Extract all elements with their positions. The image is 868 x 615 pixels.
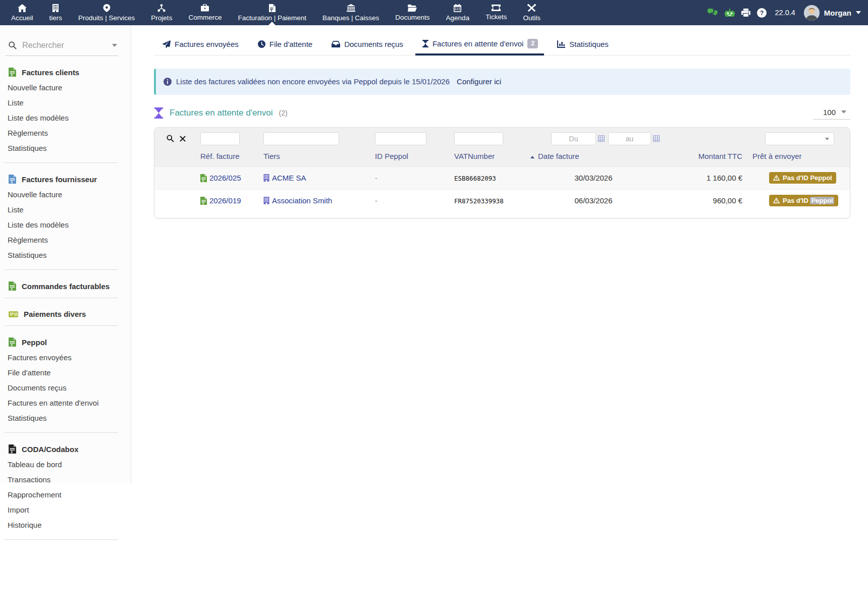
sidebar-item-statistiques[interactable]: Statistiques bbox=[0, 140, 131, 155]
nav-item-banques-caisses[interactable]: Banques | Caisses bbox=[314, 0, 387, 25]
sidebar-section-commandes-facturables[interactable]: $Commandes facturables bbox=[9, 282, 131, 291]
column-headers: Réf. facture Tiers ID Peppol VATNumber D… bbox=[154, 152, 850, 160]
nav-item-agenda[interactable]: Agenda bbox=[438, 0, 478, 25]
column-header-amount[interactable]: Montant TTC bbox=[687, 152, 752, 160]
sidebar-section-items: Nouvelle factureListeListe des modèlesRè… bbox=[0, 80, 131, 155]
calendar-picker-icon[interactable] bbox=[653, 135, 660, 142]
banner-configure-link[interactable]: Configurer ici bbox=[457, 77, 501, 86]
svg-text:$: $ bbox=[202, 179, 204, 182]
nav-item-commerce[interactable]: Commerce bbox=[180, 0, 230, 25]
sidebar-item-transactions[interactable]: Transactions bbox=[0, 472, 131, 487]
invoice-list: Réf. facture Tiers ID Peppol VATNumber D… bbox=[154, 127, 850, 218]
filter-ref-input[interactable] bbox=[200, 132, 240, 145]
file-invoice-icon: $ bbox=[9, 338, 16, 347]
nav-item-projets[interactable]: Projets bbox=[143, 0, 180, 25]
building-icon bbox=[263, 197, 269, 204]
hourglass-icon bbox=[154, 107, 164, 119]
sidebar-item-factures-envoy-es[interactable]: Factures envoyées bbox=[0, 350, 131, 365]
invoice-ref-link[interactable]: 2026/025 bbox=[209, 174, 241, 182]
nav-item-produits-services[interactable]: Produits | Services bbox=[70, 0, 143, 25]
user-menu[interactable]: Morgan bbox=[804, 5, 861, 21]
search-input[interactable] bbox=[21, 40, 107, 50]
sidebar-item-documents-re-us[interactable]: Documents reçus bbox=[0, 380, 131, 395]
tab-file-d-attente[interactable]: File d'attente bbox=[258, 40, 312, 55]
sidebar-item-rapprochement[interactable]: Rapprochement bbox=[0, 487, 131, 502]
help-icon[interactable]: ? bbox=[757, 8, 767, 18]
main-content: Factures envoyéesFile d'attenteDocuments… bbox=[131, 25, 868, 218]
nav-item-outils[interactable]: Outils bbox=[515, 0, 549, 25]
ticket-icon bbox=[492, 5, 501, 11]
print-icon[interactable] bbox=[741, 9, 750, 17]
sidebar-item-tableau-de-bord[interactable]: Tableau de bord bbox=[0, 457, 131, 472]
building-icon bbox=[52, 4, 59, 12]
nav-item-accueil[interactable]: Accueil bbox=[3, 0, 41, 25]
svg-text:$: $ bbox=[11, 73, 13, 77]
page-size-selector[interactable]: 100 bbox=[813, 107, 850, 120]
chart-icon bbox=[557, 40, 565, 48]
sidebar-section-factures-fournisseur[interactable]: $Factures fournisseur bbox=[9, 175, 131, 184]
filter-idpeppol-input[interactable] bbox=[375, 132, 426, 145]
robot-icon[interactable] bbox=[725, 9, 735, 17]
sidebar-section-items: Factures envoyéesFile d'attenteDocuments… bbox=[0, 350, 131, 425]
nav-item-tickets[interactable]: Tickets bbox=[477, 0, 515, 25]
filter-status-select[interactable] bbox=[765, 132, 834, 145]
sidebar-item-liste[interactable]: Liste bbox=[0, 95, 131, 110]
search-icon[interactable] bbox=[9, 41, 17, 49]
sidebar-section-paiements-divers[interactable]: Paiements divers bbox=[9, 310, 131, 318]
column-header-date[interactable]: Date facture bbox=[530, 152, 687, 160]
commerce-icon bbox=[201, 4, 209, 12]
svg-text:$: $ bbox=[202, 201, 204, 204]
search-filter-icon[interactable] bbox=[167, 135, 174, 142]
thirdparty-link[interactable]: ACME SA bbox=[272, 174, 306, 182]
chevron-down-icon bbox=[856, 11, 861, 14]
sidebar-item-liste[interactable]: Liste bbox=[0, 202, 131, 217]
id-peppol-value: - bbox=[375, 174, 377, 182]
invoice-icon: $ bbox=[200, 197, 207, 205]
filter-vat-input[interactable] bbox=[454, 132, 503, 145]
avatar bbox=[804, 5, 820, 21]
sidebar-section-coda-codabox[interactable]: $CODA/Codabox bbox=[9, 444, 131, 454]
tab-factures-envoy-es[interactable]: Factures envoyées bbox=[162, 40, 239, 55]
sidebar-item-factures-en-attente-d-envoi[interactable]: Factures en attente d'envoi bbox=[0, 395, 131, 410]
file-invoice-icon: $ bbox=[9, 68, 16, 77]
calendar-icon bbox=[454, 4, 461, 12]
filter-date-from-input[interactable] bbox=[551, 132, 596, 145]
svg-text:?: ? bbox=[760, 10, 764, 17]
sidebar-item-file-d-attente[interactable]: File d'attente bbox=[0, 365, 131, 380]
calendar-picker-icon[interactable] bbox=[598, 135, 605, 142]
tabs-bar: Factures envoyéesFile d'attenteDocuments… bbox=[154, 39, 850, 55]
column-header-ready[interactable]: Prêt à envoyer bbox=[752, 152, 849, 160]
sidebar-item-nouvelle-facture[interactable]: Nouvelle facture bbox=[0, 187, 131, 202]
sidebar-item-statistiques[interactable]: Statistiques bbox=[0, 410, 131, 425]
column-header-ref[interactable]: Réf. facture bbox=[200, 152, 263, 160]
sidebar-item-historique[interactable]: Historique bbox=[0, 517, 131, 532]
sidebar-section-factures-clients[interactable]: $Factures clients bbox=[9, 68, 131, 77]
invoice-ref-link[interactable]: 2026/019 bbox=[209, 196, 241, 205]
hourglass-icon bbox=[422, 40, 428, 47]
column-header-vat[interactable]: VATNumber bbox=[454, 152, 530, 160]
filter-tiers-input[interactable] bbox=[263, 132, 339, 145]
nav-item-facturation-paiement[interactable]: $Facturation | Paiement bbox=[230, 0, 314, 25]
column-header-tiers[interactable]: Tiers bbox=[263, 152, 375, 160]
thirdparty-link[interactable]: Association Smith bbox=[272, 196, 332, 205]
sidebar-item-liste-des-mod-les[interactable]: Liste des modèles bbox=[0, 217, 131, 232]
chat-icon[interactable] bbox=[708, 9, 718, 17]
tab-factures-en-attente-d-envoi[interactable]: Factures en attente d'envoi2 bbox=[422, 39, 538, 55]
tab-documents-re-us[interactable]: Documents reçus bbox=[332, 40, 403, 55]
column-header-idpeppol[interactable]: ID Peppol bbox=[375, 152, 454, 160]
search-scope-caret-icon[interactable] bbox=[112, 44, 117, 47]
sidebar-item-nouvelle-facture[interactable]: Nouvelle facture bbox=[0, 80, 131, 95]
filter-date-to-input[interactable] bbox=[608, 132, 651, 145]
inbox-icon bbox=[332, 41, 340, 47]
sidebar-item-liste-des-mod-les[interactable]: Liste des modèles bbox=[0, 110, 131, 125]
nav-item-tiers[interactable]: tiers bbox=[41, 0, 71, 25]
tab-statistiques[interactable]: Statistiques bbox=[557, 40, 609, 55]
nav-item-documents[interactable]: Documents bbox=[387, 0, 438, 25]
sidebar-item-r-glements[interactable]: Règlements bbox=[0, 232, 131, 247]
main-menu: AccueiltiersProduits | ServicesProjetsCo… bbox=[0, 0, 549, 25]
clear-filter-icon[interactable] bbox=[180, 136, 186, 142]
sidebar-item-statistiques[interactable]: Statistiques bbox=[0, 247, 131, 262]
sidebar-item-r-glements[interactable]: Règlements bbox=[0, 125, 131, 140]
sidebar-item-import[interactable]: Import bbox=[0, 502, 131, 517]
sidebar-section-peppol[interactable]: $Peppol bbox=[9, 338, 131, 347]
